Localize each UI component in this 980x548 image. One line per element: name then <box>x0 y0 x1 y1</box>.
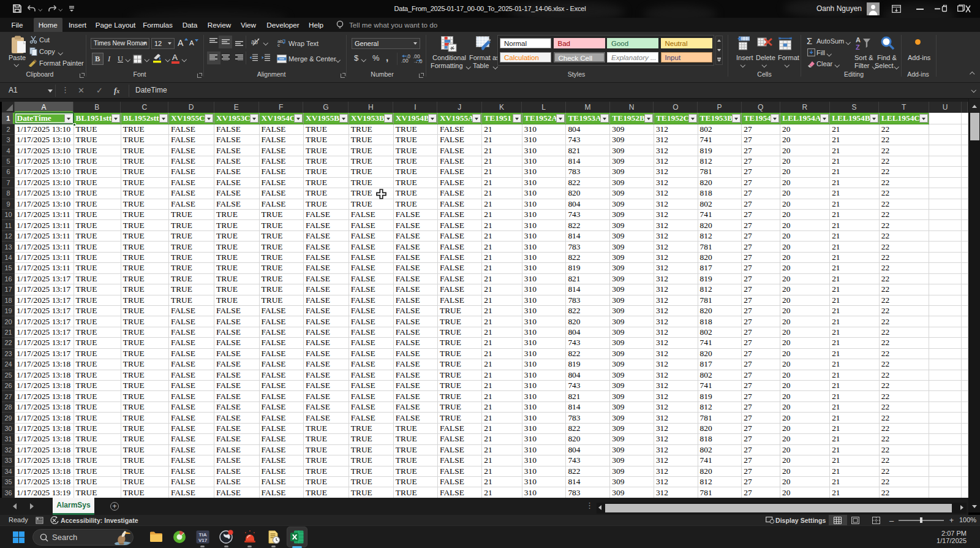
svg-text:V17: V17 <box>198 538 208 543</box>
svg-text:Z: Z <box>856 44 860 51</box>
svg-text:c: c <box>277 42 280 47</box>
svg-text:A: A <box>856 36 861 44</box>
svg-text:TIA: TIA <box>199 532 207 538</box>
svg-text:ab: ab <box>251 39 258 45</box>
svg-text:→.0: →.0 <box>413 58 423 64</box>
svg-text:.0: .0 <box>406 54 410 59</box>
